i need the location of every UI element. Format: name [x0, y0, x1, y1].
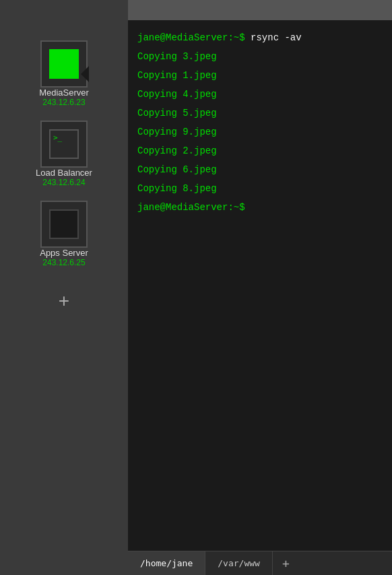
- server-ip-appsserver: 243.12.6.25: [42, 258, 85, 267]
- terminal-content[interactable]: jane@MediaServer:~$ rsync -av Copying 3.…: [128, 20, 392, 551]
- sidebar-arrow: [81, 66, 89, 82]
- tab-home-jane[interactable]: /home/jane: [128, 551, 205, 575]
- terminal-area: jane@MediaServer:~$ rsync -av Copying 3.…: [128, 0, 392, 575]
- server-icon-green: [49, 49, 79, 79]
- terminal-command: rsync -av: [245, 32, 302, 43]
- server-icon-loadbalancer: >_: [40, 121, 88, 168]
- server-icon-appsserver: [40, 201, 88, 248]
- server-name-mediaserver: MediaServer: [39, 88, 89, 98]
- copy-line-1: Copying 1.jpeg: [137, 66, 383, 85]
- copy-line-3: Copying 5.jpeg: [137, 104, 383, 123]
- server-icon-terminal: >_: [49, 129, 79, 159]
- copy-line-5: Copying 2.jpeg: [137, 141, 383, 160]
- copy-line-7: Copying 8.jpeg: [137, 179, 383, 198]
- terminal-prompt: jane@MediaServer:~$: [137, 32, 245, 43]
- server-loadbalancer[interactable]: >_ Load Balancer 243.12.6.24: [36, 121, 92, 187]
- copy-line-6: Copying 6.jpeg: [137, 160, 383, 179]
- terminal-prompt-icon: >_: [53, 133, 62, 142]
- tab-home-jane-label: /home/jane: [140, 558, 193, 568]
- copy-line-0: Copying 3.jpeg: [137, 47, 383, 66]
- copy-line-4: Copying 9.jpeg: [137, 123, 383, 141]
- server-name-loadbalancer: Load Balancer: [36, 168, 92, 178]
- terminal-end-prompt-text: jane@MediaServer:~$: [137, 202, 245, 213]
- sidebar: MediaServer 243.12.6.23 >_ Load Balancer…: [0, 0, 128, 575]
- server-icon-apps: [49, 209, 79, 239]
- server-mediaserver[interactable]: MediaServer 243.12.6.23: [39, 40, 89, 107]
- terminal-titlebar: [128, 0, 392, 20]
- tab-var-www-label: /var/www: [218, 558, 260, 568]
- server-name-appsserver: Apps Server: [40, 248, 88, 258]
- server-appsserver[interactable]: Apps Server 243.12.6.25: [40, 201, 88, 267]
- tab-add-button[interactable]: +: [273, 551, 299, 575]
- server-ip-mediaserver: 243.12.6.23: [42, 98, 85, 107]
- terminal-end-prompt: jane@MediaServer:~$: [137, 198, 383, 217]
- server-ip-loadbalancer: 243.12.6.24: [42, 178, 85, 187]
- add-server-button[interactable]: +: [51, 288, 77, 314]
- terminal-tabbar: /home/jane /var/www +: [128, 551, 392, 575]
- terminal-command-line: jane@MediaServer:~$ rsync -av: [137, 28, 383, 47]
- tab-var-www[interactable]: /var/www: [205, 551, 273, 575]
- copy-line-2: Copying 4.jpeg: [137, 85, 383, 104]
